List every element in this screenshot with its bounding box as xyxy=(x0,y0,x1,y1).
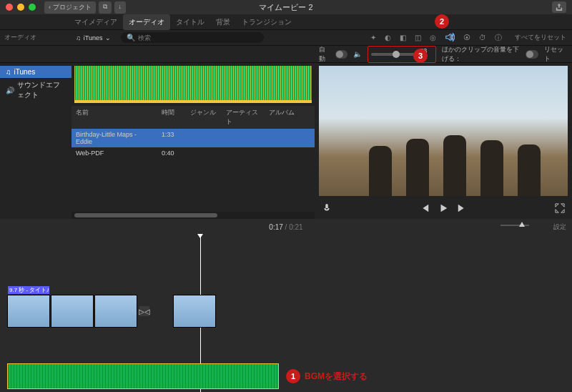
time-current: 0:17 xyxy=(269,223,282,231)
noise-reduce-icon[interactable]: ⦿ xyxy=(463,34,470,41)
video-track: 9.7 秒 - タイトルテキスト ▷◁ xyxy=(7,295,216,328)
sidebar-item-label: サウンドエフェクト xyxy=(17,80,66,100)
close-icon[interactable] xyxy=(6,4,13,11)
zoom-icon[interactable] xyxy=(29,4,36,11)
fullscreen-icon[interactable] xyxy=(555,203,565,215)
waveform-preview[interactable] xyxy=(72,63,315,106)
video-clip[interactable] xyxy=(173,295,216,328)
video-preview[interactable] xyxy=(319,66,568,196)
annotation-1: 1 BGMを選択する xyxy=(286,369,368,383)
timecode-bar: 0:17 / 0:21 設定 xyxy=(0,219,572,235)
audio-sidebar: ♫ iTunes 🔊 サウンドエフェクト xyxy=(0,63,72,219)
volume-icon[interactable] xyxy=(445,32,455,44)
cell-time: 0:40 xyxy=(157,147,186,159)
table-header: 名前 時間 ジャンル アーティスト アルバム xyxy=(72,106,315,129)
window-title: マイムービー 2 xyxy=(259,2,312,13)
stabilize-icon[interactable]: ◎ xyxy=(430,34,436,41)
color-correction-icon[interactable]: ◧ xyxy=(400,34,406,41)
search-field[interactable]: 🔍 xyxy=(121,32,264,43)
cell-time: 1:33 xyxy=(157,129,186,147)
timeline[interactable]: 9.7 秒 - タイトルテキスト ▷◁ 21.6 秒 - Birthday-Li… xyxy=(0,235,572,392)
zoom-slider[interactable] xyxy=(500,225,529,226)
settings-button[interactable]: 設定 xyxy=(553,222,566,232)
audio-browser: 名前 時間 ジャンル アーティスト アルバム Birthday-Little M… xyxy=(72,63,315,219)
inspector-toolbar: ✦ ◐ ◧ ◫ ◎ ⦿ ⏱ ⓘ すべてをリセット xyxy=(370,32,566,44)
import-button[interactable]: ↓ xyxy=(114,1,127,14)
library-toggle-button[interactable]: ⧉ xyxy=(99,1,112,14)
audio-clip[interactable]: 21.6 秒 - Birthday-Little Maps - Eddie xyxy=(7,363,279,389)
next-button[interactable] xyxy=(457,203,467,215)
info-icon[interactable]: ⓘ xyxy=(495,33,502,43)
lower-others-label: ほかのクリップの音量を下げる： xyxy=(442,45,520,64)
minimize-icon[interactable] xyxy=(17,4,24,11)
magic-wand-icon[interactable]: ✦ xyxy=(370,34,376,41)
crop-icon[interactable]: ◫ xyxy=(415,34,421,41)
search-input[interactable] xyxy=(138,34,258,41)
video-clip[interactable] xyxy=(94,295,137,328)
back-label: プロジェクト xyxy=(53,4,92,11)
auto-label: 自動 xyxy=(319,45,330,64)
time-total: 0:21 xyxy=(289,223,302,231)
color-balance-icon[interactable]: ◐ xyxy=(385,34,391,41)
voiceover-icon[interactable] xyxy=(322,203,332,215)
tab-transitions[interactable]: トランジション xyxy=(236,14,297,30)
cell-name: Web-PDF xyxy=(72,147,157,159)
speaker-small-icon: 🔈 xyxy=(353,50,362,58)
tab-backgrounds[interactable]: 背景 xyxy=(210,14,236,30)
table-row[interactable]: Birthday-Little Maps - Eddie 1:33 xyxy=(72,129,315,147)
speaker-icon: 🔊 xyxy=(6,87,14,94)
audio-track: 21.6 秒 - Birthday-Little Maps - Eddie xyxy=(7,363,279,389)
sidebar-item-itunes[interactable]: ♫ iTunes xyxy=(0,66,72,78)
tab-audio[interactable]: オーディオ xyxy=(123,14,170,30)
tab-mymedia[interactable]: マイメディア xyxy=(69,14,123,30)
library-label: iTunes xyxy=(84,34,103,41)
search-icon: 🔍 xyxy=(127,34,135,41)
browser-header-row: オーディオ ♫ iTunes ⌄ 🔍 ✦ ◐ ◧ ◫ ◎ ⦿ ⏱ ⓘ すべてをリ… xyxy=(0,30,572,46)
playback-controls xyxy=(315,199,572,219)
sidebar-item-sound-effects[interactable]: 🔊 サウンドエフェクト xyxy=(0,78,72,102)
annotation-3: 3 xyxy=(413,49,428,63)
upper-panel: ♫ iTunes 🔊 サウンドエフェクト 名前 時間 ジャンル アーティスト ア… xyxy=(0,63,572,219)
volume-slider[interactable] xyxy=(371,53,415,56)
clip-label: 9.7 秒 - タイトルテキスト xyxy=(8,286,49,294)
transition-icon[interactable]: ▷◁ xyxy=(139,306,149,316)
annotation-badge: 3 xyxy=(413,49,428,63)
cell-name: Birthday-Little Maps - Eddie xyxy=(72,129,157,147)
play-button[interactable] xyxy=(438,203,448,215)
auto-toggle[interactable] xyxy=(335,50,348,59)
col-name[interactable]: 名前 xyxy=(72,106,157,129)
library-dropdown[interactable]: ♫ iTunes ⌄ xyxy=(72,34,115,41)
viewer-panel xyxy=(315,63,572,219)
window-controls[interactable] xyxy=(6,4,36,11)
table-row[interactable]: Web-PDF 0:40 xyxy=(72,147,315,159)
sidebar-item-label: iTunes xyxy=(14,68,36,76)
annotation-badge: 1 xyxy=(286,369,300,383)
lower-others-toggle[interactable] xyxy=(526,50,538,59)
volume-inspector: 自動 🔈 53 % ほかのクリップの音量を下げる： リセット xyxy=(0,46,572,63)
col-genre[interactable]: ジャンル xyxy=(186,106,222,129)
annotation-2: 2 xyxy=(435,14,449,29)
speed-icon[interactable]: ⏱ xyxy=(479,34,486,41)
chevron-updown-icon: ⌄ xyxy=(105,34,111,41)
video-clip[interactable]: 9.7 秒 - タイトルテキスト xyxy=(7,295,50,328)
reset-all-button[interactable]: すべてをリセット xyxy=(515,33,566,42)
media-tabbar: マイメディア オーディオ タイトル 背景 トランジション xyxy=(0,14,572,30)
music-icon: ♫ xyxy=(6,68,11,76)
sidebar-header: オーディオ xyxy=(0,33,72,42)
browser-scrollbar[interactable] xyxy=(72,212,315,219)
col-album[interactable]: アルバム xyxy=(265,106,300,129)
prev-button[interactable] xyxy=(420,203,430,215)
annotation-text: BGMを選択する xyxy=(305,371,368,383)
timecode: 0:17 / 0:21 xyxy=(269,223,302,231)
titlebar: ‹ プロジェクト ⧉ ↓ マイムービー 2 xyxy=(0,0,572,14)
back-to-projects-button[interactable]: ‹ プロジェクト xyxy=(44,1,96,14)
col-time[interactable]: 時間 xyxy=(157,106,186,129)
annotation-badge: 2 xyxy=(435,14,449,29)
video-clip[interactable] xyxy=(51,295,94,328)
music-icon: ♫ xyxy=(76,34,81,41)
col-artist[interactable]: アーティスト xyxy=(222,106,265,129)
reset-button[interactable]: リセット xyxy=(544,45,565,64)
tab-titles[interactable]: タイトル xyxy=(170,14,210,30)
share-button[interactable] xyxy=(552,1,566,13)
